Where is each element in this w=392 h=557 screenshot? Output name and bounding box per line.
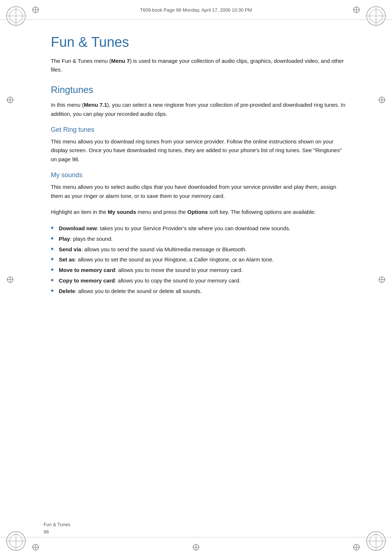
page-title: Fun & Tunes bbox=[51, 34, 348, 50]
list-item-set-as: Set as: allows you to set the sound as y… bbox=[51, 255, 348, 264]
list-item-send-via: Send via: allows you to send the sound v… bbox=[51, 245, 348, 254]
list-item-delete: Delete: allows you to delete the sound o… bbox=[51, 287, 348, 296]
list-item-download-new: Download new: takes you to your Service … bbox=[51, 224, 348, 233]
get-ring-tunes-body: This menu allows you to download ring tu… bbox=[51, 137, 348, 164]
header-bar: T609.book Page 98 Monday, April 17, 2006… bbox=[0, 0, 392, 20]
edge-cross-left-mid bbox=[7, 276, 14, 283]
subsection-get-ring-tunes: Get Ring tunes This menu allows you to d… bbox=[51, 126, 348, 164]
subsection-my-sounds: My sounds This menu allows you to select… bbox=[51, 171, 348, 296]
header-text: T609.book Page 98 Monday, April 17, 2006… bbox=[44, 7, 348, 13]
list-item-play: Play: plays the sound. bbox=[51, 235, 348, 244]
edge-cross-right-top bbox=[378, 96, 385, 103]
list-item-move-to-memory: Move to memory card: allows you to move … bbox=[51, 266, 348, 275]
subsection-title-my-sounds: My sounds bbox=[51, 171, 348, 179]
header-cross-left bbox=[32, 6, 39, 13]
footer-section: Fun & Tunes 98 bbox=[44, 521, 70, 535]
bottom-cross-center bbox=[192, 544, 200, 551]
list-item-copy-to-memory: Copy to memory card: allows you to copy … bbox=[51, 276, 348, 285]
bottom-bar bbox=[0, 537, 392, 557]
subsection-title-get-ring-tunes: Get Ring tunes bbox=[51, 126, 348, 134]
bottom-cross-right bbox=[353, 544, 360, 551]
my-sounds-options-list: Download new: takes you to your Service … bbox=[51, 224, 348, 296]
footer-page: 98 bbox=[44, 528, 70, 536]
ringtunes-intro: In this menu (Menu 7.1), you can select … bbox=[51, 101, 348, 119]
footer-chapter: Fun & Tunes bbox=[44, 521, 70, 528]
header-cross-right bbox=[353, 6, 360, 13]
my-sounds-body1: This menu allows you to select audio cli… bbox=[51, 183, 348, 201]
section-title-ringtunes: Ringtunes bbox=[51, 84, 348, 95]
bottom-cross-left bbox=[32, 544, 39, 551]
edge-cross-left-top bbox=[7, 96, 14, 103]
my-sounds-body2: Highlight an item in the My sounds menu … bbox=[51, 208, 348, 217]
edge-cross-right-mid bbox=[378, 276, 385, 283]
intro-paragraph: The Fun & Tunes menu (Menu 7) is used to… bbox=[51, 57, 348, 74]
main-content: Fun & Tunes The Fun & Tunes menu (Menu 7… bbox=[44, 20, 363, 537]
